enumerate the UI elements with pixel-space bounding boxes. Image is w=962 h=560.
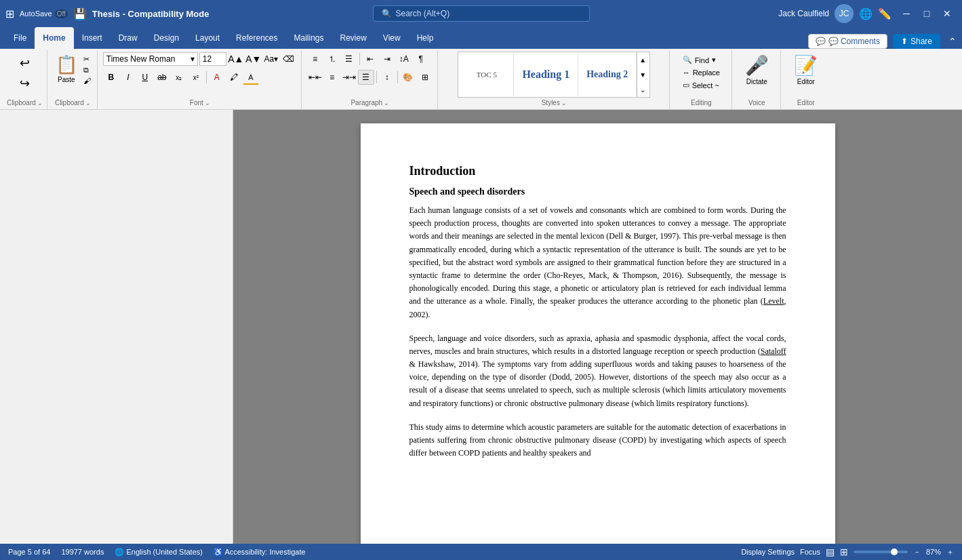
find-button[interactable]: 🔍 Find ▾ bbox=[679, 54, 720, 66]
font-size-selector[interactable]: 12 bbox=[199, 52, 226, 66]
document-page[interactable]: Introduction Speech and speech disorders… bbox=[361, 123, 835, 544]
tab-review[interactable]: Review bbox=[332, 27, 375, 49]
font-group-label: Font ⌄ bbox=[103, 98, 297, 108]
line-spacing-button[interactable]: ↕ bbox=[379, 70, 395, 85]
font-size-decrease-button[interactable]: A▼ bbox=[245, 52, 262, 66]
style-heading1[interactable]: Heading 1 bbox=[514, 54, 578, 96]
increase-indent-button[interactable]: ⇥ bbox=[379, 52, 395, 66]
view-single-icon[interactable]: ▤ bbox=[826, 546, 835, 557]
change-case-button[interactable]: Aa▾ bbox=[263, 52, 279, 66]
multilevel-list-button[interactable]: ☰ bbox=[341, 52, 357, 66]
cut-button[interactable]: ✂ bbox=[81, 54, 93, 64]
pen-icon[interactable]: ✏️ bbox=[878, 7, 891, 20]
tab-view[interactable]: View bbox=[375, 27, 409, 49]
font-size-increase-button[interactable]: A▲ bbox=[228, 52, 244, 66]
close-button[interactable]: ✕ bbox=[938, 4, 957, 23]
tab-design[interactable]: Design bbox=[146, 27, 187, 49]
paragraph-expand-icon[interactable]: ⌄ bbox=[384, 100, 389, 106]
text-color-button[interactable]: A bbox=[243, 70, 259, 85]
avatar[interactable]: JC bbox=[835, 4, 854, 23]
show-formatting-button[interactable]: ¶ bbox=[413, 52, 429, 66]
document-paragraph-2: Speech, language and voice disorders, su… bbox=[409, 332, 786, 410]
styles-expand-button[interactable]: ⌄ bbox=[637, 82, 648, 97]
display-settings-button[interactable]: Display Settings bbox=[741, 548, 795, 556]
title-bar: ⊞ AutoSave Off 💾 Thesis - Compatibility … bbox=[0, 0, 962, 27]
font-family-selector[interactable]: Times New Roman ▾ bbox=[103, 52, 198, 66]
justify-button[interactable]: ☰ bbox=[358, 70, 374, 85]
ribbon-tabs: File Home Insert Draw Design Layout Refe… bbox=[0, 27, 962, 49]
zoom-out-button[interactable]: － bbox=[913, 547, 921, 557]
voice-group-label: Voice bbox=[738, 98, 776, 108]
title-bar-left: ⊞ AutoSave Off 💾 Thesis - Compatibility … bbox=[5, 7, 241, 20]
highlight-button[interactable]: 🖍 bbox=[226, 70, 242, 85]
replace-icon: ↔ bbox=[683, 68, 690, 77]
tab-draw[interactable]: Draw bbox=[111, 27, 146, 49]
view-double-icon[interactable]: ⊞ bbox=[840, 546, 848, 557]
zoom-slider[interactable] bbox=[854, 551, 908, 553]
share-button[interactable]: ⬆ Share bbox=[893, 34, 940, 49]
save-icon[interactable]: 💾 bbox=[73, 7, 87, 20]
document-main[interactable]: Introduction Speech and speech disorders… bbox=[233, 110, 962, 544]
superscript-button[interactable]: x² bbox=[188, 70, 204, 85]
align-right-button[interactable]: ⇥⇥ bbox=[341, 70, 357, 85]
language-indicator: 🌐 English (United States) bbox=[115, 548, 203, 557]
styles-expand-icon[interactable]: ⌄ bbox=[561, 100, 567, 106]
copy-button[interactable]: ⧉ bbox=[81, 65, 93, 75]
underline-button[interactable]: U bbox=[137, 70, 153, 85]
window-controls: ─ □ ✕ bbox=[897, 4, 957, 23]
globe-icon[interactable]: 🌐 bbox=[859, 7, 873, 20]
autosave-badge: AutoSave Off bbox=[20, 9, 68, 18]
font-color-button[interactable]: A bbox=[209, 70, 225, 85]
tab-references[interactable]: References bbox=[228, 27, 285, 49]
zoom-in-button[interactable]: ＋ bbox=[946, 547, 954, 557]
accessibility-indicator[interactable]: ♿ Accessibility: Investigate bbox=[214, 548, 306, 557]
align-left-button[interactable]: ⇤⇤ bbox=[307, 70, 323, 85]
editing-content: 🔍 Find ▾ ↔ Replace ▭ Select ~ bbox=[679, 52, 724, 98]
document-area: Introduction Speech and speech disorders… bbox=[0, 110, 962, 544]
clear-formatting-button[interactable]: ⌫ bbox=[281, 52, 297, 66]
decrease-indent-button[interactable]: ⇤ bbox=[362, 52, 378, 66]
autosave-toggle[interactable]: Off bbox=[55, 9, 68, 18]
ribbon-group-clipboard: 📋 Paste ✂ ⧉ 🖌 Clipboard ⌄ bbox=[49, 50, 98, 109]
shading-button[interactable]: 🎨 bbox=[400, 70, 416, 85]
undo-button[interactable]: ↩ bbox=[12, 54, 37, 72]
comments-button[interactable]: 💬 💬 Comments bbox=[808, 34, 887, 49]
tab-help[interactable]: Help bbox=[409, 27, 442, 49]
maximize-button[interactable]: □ bbox=[917, 4, 936, 23]
bullets-button[interactable]: ≡ bbox=[307, 52, 323, 66]
tab-layout[interactable]: Layout bbox=[187, 27, 228, 49]
paste-button[interactable]: 📋 Paste bbox=[53, 53, 80, 85]
numbering-button[interactable]: ⒈ bbox=[324, 52, 340, 66]
replace-button[interactable]: ↔ Replace bbox=[679, 67, 724, 78]
style-heading2[interactable]: Heading 2 bbox=[578, 54, 637, 96]
borders-button[interactable]: ⊞ bbox=[417, 70, 433, 85]
grid-icon[interactable]: ⊞ bbox=[5, 7, 14, 20]
redo-button[interactable]: ↪ bbox=[12, 75, 37, 92]
citation-sataloff: Sataloff bbox=[761, 346, 786, 356]
subscript-button[interactable]: x₂ bbox=[171, 70, 187, 85]
tab-insert[interactable]: Insert bbox=[74, 27, 111, 49]
clipboard-content: 📋 Paste ✂ ⧉ 🖌 bbox=[53, 52, 93, 98]
document-subheading: Speech and speech disorders bbox=[409, 186, 786, 197]
clipboard-expand-icon[interactable]: ⌄ bbox=[85, 100, 91, 106]
select-button[interactable]: ▭ Select ~ bbox=[679, 79, 723, 91]
styles-scroll-up-button[interactable]: ▲ bbox=[637, 52, 648, 67]
tab-file[interactable]: File bbox=[5, 27, 35, 49]
zoom-percent[interactable]: 87% bbox=[926, 548, 941, 556]
undo-expand-icon[interactable]: ⌄ bbox=[37, 100, 43, 106]
style-toc5[interactable]: TOC 5 bbox=[460, 54, 514, 96]
font-expand-icon[interactable]: ⌄ bbox=[205, 100, 210, 106]
focus-button[interactable]: Focus bbox=[800, 548, 820, 556]
format-painter-button[interactable]: 🖌 bbox=[81, 76, 93, 85]
italic-button[interactable]: I bbox=[120, 70, 136, 85]
styles-scroll-down-button[interactable]: ▼ bbox=[637, 67, 648, 82]
bold-button[interactable]: B bbox=[103, 70, 119, 85]
tab-mailings[interactable]: Mailings bbox=[285, 27, 332, 49]
align-center-button[interactable]: ≡ bbox=[324, 70, 340, 85]
strikethrough-button[interactable]: ab bbox=[154, 70, 170, 85]
ribbon-expand-icon[interactable]: ⌃ bbox=[948, 36, 957, 47]
search-bar[interactable]: 🔍 Search (Alt+Q) bbox=[373, 5, 590, 22]
sort-button[interactable]: ↕A bbox=[396, 52, 412, 66]
tab-home[interactable]: Home bbox=[35, 27, 73, 49]
minimize-button[interactable]: ─ bbox=[897, 4, 916, 23]
